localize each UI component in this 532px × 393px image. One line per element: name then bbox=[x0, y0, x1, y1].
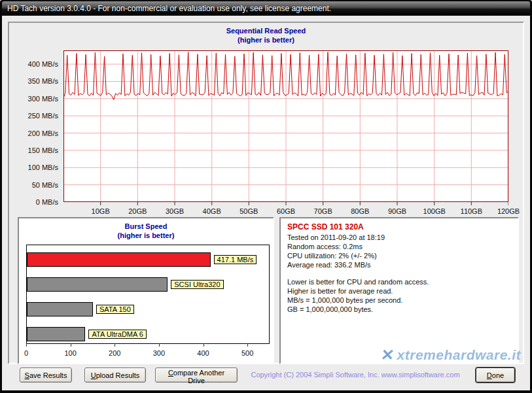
burst-x-tick-label: 300 bbox=[153, 349, 165, 357]
burst-bar-row: 417.1 MB/s bbox=[27, 252, 269, 267]
seq-x-tick-label: 20GB bbox=[128, 207, 147, 215]
burst-bar-row: SATA 150 bbox=[27, 302, 269, 316]
burst-x-tick bbox=[26, 343, 27, 347]
sequential-y-axis: 400 MB/s350 MB/s300 MB/s250 MB/s200 MB/s… bbox=[12, 50, 61, 206]
info-notes: Lower is better for CPU and random acces… bbox=[287, 277, 511, 314]
info-line: Random access: 0.2ms bbox=[287, 242, 511, 251]
burst-x-tick bbox=[115, 343, 115, 347]
seq-y-tick-label: 0 MB/s bbox=[36, 198, 58, 206]
save-results-button[interactable]: Save Results bbox=[20, 367, 72, 383]
burst-x-tick-label: 500 bbox=[241, 349, 253, 357]
note-line: GB = 1,000,000,000 bytes. bbox=[287, 305, 511, 314]
burst-bar-label: SATA 150 bbox=[96, 305, 134, 314]
sequential-read-chart bbox=[63, 50, 508, 205]
burst-bar bbox=[27, 277, 168, 292]
seq-y-tick-label: 350 MB/s bbox=[28, 77, 58, 85]
drive-name: SPCC SSD 101 320A bbox=[287, 222, 511, 231]
seq-x-tick-label: 30GB bbox=[166, 207, 184, 215]
info-line: Tested on 2011-09-20 at 18:19 bbox=[287, 233, 511, 242]
note-line: MB/s = 1,000,000 bytes per second. bbox=[287, 296, 511, 305]
burst-bar-row: SCSI Ultra320 bbox=[27, 277, 269, 292]
seq-x-tick-label: 10GB bbox=[92, 207, 110, 215]
seq-x-tick-label: 40GB bbox=[203, 207, 221, 215]
burst-x-tick bbox=[159, 343, 160, 347]
seq-x-tick-label: 70GB bbox=[314, 207, 332, 215]
sequential-chart-title: Sequential Read Speed bbox=[9, 27, 523, 35]
client-area: Sequential Read Speed (higher is better)… bbox=[2, 16, 530, 390]
burst-bar bbox=[27, 327, 85, 341]
burst-x-axis: 0100200300400500 bbox=[26, 349, 270, 358]
seq-x-tick-label: 120GB bbox=[497, 207, 520, 215]
drive-info-panel: SPCC SSD 101 320A Tested on 2011-09-20 a… bbox=[279, 217, 519, 364]
title-bar[interactable]: HD Tach version 3.0.4.0 - For non-commer… bbox=[2, 1, 530, 16]
burst-x-tick bbox=[204, 343, 204, 347]
seq-x-tick-label: 80GB bbox=[351, 207, 369, 215]
seq-y-tick-label: 150 MB/s bbox=[28, 146, 58, 154]
burst-bar-row: ATA UltraDMA 6 bbox=[27, 327, 269, 341]
results-panel: Sequential Read Speed (higher is better)… bbox=[8, 22, 524, 364]
compare-another-drive-button[interactable]: Compare Another Drive bbox=[155, 367, 238, 383]
seq-x-tick-label: 100GB bbox=[423, 207, 446, 215]
burst-chart-title: Burst Speed bbox=[19, 222, 273, 230]
seq-y-tick-label: 50 MB/s bbox=[32, 181, 58, 189]
hd-tach-window: HD Tach version 3.0.4.0 - For non-commer… bbox=[0, 0, 532, 393]
note-line: Lower is better for CPU and random acces… bbox=[287, 277, 511, 286]
burst-x-tick bbox=[247, 343, 248, 347]
done-button[interactable]: Done bbox=[476, 367, 515, 383]
info-line: CPU utilization: 2% (+/- 2%) bbox=[287, 251, 511, 260]
seq-x-tick-label: 50GB bbox=[239, 207, 258, 215]
seq-y-tick-label: 200 MB/s bbox=[28, 129, 58, 137]
burst-bar bbox=[27, 252, 211, 267]
sequential-x-axis: 10GB20GB30GB40GB50GB60GB70GB80GB90GB100G… bbox=[63, 207, 508, 216]
burst-bar bbox=[27, 302, 93, 316]
burst-speed-panel: Burst Speed (higher is better) 417.1 MB/… bbox=[18, 217, 274, 364]
drive-stats: Tested on 2011-09-20 at 18:19Random acce… bbox=[287, 233, 511, 269]
sequential-chart-subtitle: (higher is better) bbox=[9, 36, 523, 44]
burst-x-tick bbox=[71, 343, 71, 347]
seq-x-tick-label: 90GB bbox=[388, 207, 406, 215]
info-line: Average read: 336.2 MB/s bbox=[287, 260, 511, 269]
seq-y-tick-label: 400 MB/s bbox=[28, 60, 58, 68]
burst-x-tick-label: 100 bbox=[64, 349, 76, 357]
burst-x-tick-label: 400 bbox=[197, 349, 209, 357]
note-line: Higher is better for average read. bbox=[287, 286, 511, 296]
burst-x-tick-label: 0 bbox=[24, 349, 28, 357]
seq-x-tick-label: 60GB bbox=[277, 207, 295, 215]
burst-bar-label: ATA UltraDMA 6 bbox=[88, 330, 146, 339]
copyright-text: Copyright (C) 2004 Simpli Software, Inc.… bbox=[238, 371, 473, 379]
seq-y-tick-label: 100 MB/s bbox=[28, 163, 58, 171]
burst-x-tick-label: 200 bbox=[109, 349, 120, 357]
burst-bar-label: SCSI Ultra320 bbox=[171, 280, 223, 289]
upload-results-button[interactable]: Upload Results bbox=[84, 367, 146, 383]
window-title: HD Tach version 3.0.4.0 - For non-commer… bbox=[2, 4, 331, 13]
burst-bar-label: 417.1 MB/s bbox=[214, 255, 257, 264]
seq-x-tick-label: 110GB bbox=[461, 207, 482, 215]
seq-y-tick-label: 300 MB/s bbox=[28, 95, 58, 103]
burst-bar-chart: 417.1 MB/sSCSI Ultra320SATA 150ATA Ultra… bbox=[26, 245, 270, 344]
seq-y-tick-label: 250 MB/s bbox=[28, 112, 58, 120]
burst-chart-subtitle: (higher is better) bbox=[19, 231, 273, 239]
